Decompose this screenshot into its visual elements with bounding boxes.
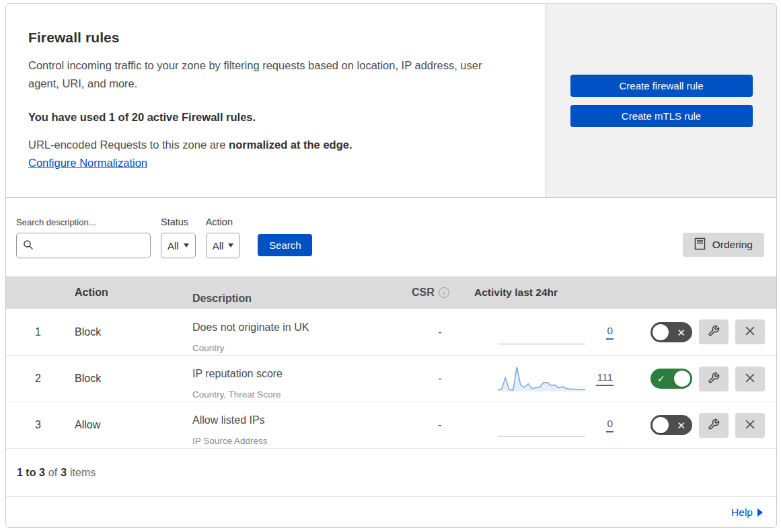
page-title: Firewall rules (28, 30, 519, 46)
edit-rule-button[interactable] (699, 319, 729, 344)
rule-priority: 2 (6, 373, 70, 385)
rule-match-fields: Country (192, 339, 406, 357)
intro-card: Firewall rules Control incoming traffic … (6, 4, 546, 197)
search-input[interactable] (16, 233, 151, 258)
column-header-action: Action (70, 287, 184, 299)
table-header-row: Action Description CSR Activity last 24h… (6, 276, 776, 309)
column-header-description: Description (184, 289, 406, 307)
action-filter-group: Action All (206, 217, 241, 258)
toggle-knob (653, 324, 669, 340)
wrench-icon (708, 418, 720, 432)
rule-description: IP reputation score (192, 365, 406, 383)
pagination-range: 1 to 3 (17, 467, 45, 479)
help-label: Help (731, 506, 753, 519)
pagination-total: 3 (61, 467, 67, 479)
status-label: Status (161, 217, 196, 227)
close-icon (745, 373, 755, 385)
column-header-activity: Activity last 24hr (474, 287, 628, 299)
rule-controls: ✓ ✕ (628, 413, 776, 438)
ordering-list-icon (694, 237, 706, 253)
edit-rule-button[interactable] (699, 413, 729, 438)
status-filter-group: Status All (161, 217, 196, 258)
rule-activity-cell: 111 (474, 365, 628, 393)
search-button[interactable]: Search (258, 234, 312, 256)
filter-bar: Search description... Status All Action … (6, 198, 776, 276)
arrow-right-icon (757, 508, 763, 517)
ordering-label: Ordering (712, 239, 753, 251)
status-select-value: All (168, 240, 179, 252)
rule-action: Block (70, 373, 184, 385)
edit-rule-button[interactable] (699, 367, 729, 391)
normalization-bold: normalized at the edge. (229, 139, 352, 151)
close-icon (745, 326, 755, 338)
rule-description-cell: Does not originate in UK Country (184, 318, 406, 357)
firewall-rules-page: Firewall rules Control incoming traffic … (5, 3, 777, 528)
rule-description-cell: IP reputation score Country, Threat Scor… (184, 365, 406, 404)
delete-rule-button[interactable] (735, 367, 765, 391)
delete-rule-button[interactable] (735, 319, 765, 344)
activity-count-link[interactable]: 111 (596, 371, 613, 386)
activity-count-link[interactable]: 0 (606, 325, 613, 340)
action-select[interactable]: All (206, 233, 241, 258)
help-link[interactable]: Help (731, 506, 763, 519)
wrench-icon (708, 325, 720, 339)
normalization-text: URL-encoded Requests to this zone are (28, 139, 226, 151)
action-select-value: All (213, 240, 224, 252)
delete-rule-button[interactable] (735, 413, 765, 438)
top-section: Firewall rules Control incoming traffic … (6, 4, 776, 198)
csr-header-label: CSR (412, 287, 435, 299)
rule-description-cell: Allow listed IPs IP Source Address (184, 411, 406, 450)
rule-priority: 1 (6, 326, 70, 338)
activity-sparkline (498, 365, 585, 393)
rule-controls: ✓ ✕ (628, 319, 776, 344)
check-icon: ✓ (657, 374, 665, 383)
rule-priority: 3 (6, 419, 70, 431)
normalization-note: URL-encoded Requests to this zone are no… (28, 139, 519, 151)
ordering-button[interactable]: Ordering (683, 233, 764, 257)
toggle-knob (653, 417, 669, 433)
search-label: Search description... (16, 217, 151, 227)
toggle-knob (674, 371, 690, 387)
create-firewall-rule-button[interactable]: Create firewall rule (570, 75, 753, 97)
close-icon (745, 419, 755, 432)
status-toggle[interactable]: ✓ ✕ (650, 369, 692, 389)
rule-description: Does not originate in UK (192, 318, 406, 336)
status-toggle[interactable]: ✓ ✕ (650, 322, 692, 342)
search-group: Search description... (16, 217, 151, 258)
info-icon[interactable] (439, 287, 449, 298)
x-icon: ✕ (677, 420, 685, 430)
activity-sparkline (498, 413, 585, 437)
create-mtls-rule-button[interactable]: Create mTLS rule (570, 105, 753, 127)
chevron-down-icon (184, 243, 189, 248)
action-label: Action (206, 217, 241, 227)
table-row: 3 Allow Allow listed IPs IP Source Addre… (6, 402, 776, 448)
rule-controls: ✓ ✕ (628, 367, 776, 391)
rule-activity-cell: 0 (474, 413, 628, 437)
status-toggle[interactable]: ✓ ✕ (650, 415, 692, 435)
chevron-down-icon (228, 243, 233, 248)
activity-sparkline (498, 320, 585, 344)
column-header-csr: CSR (406, 287, 474, 299)
usage-notice: You have used 1 of 20 active Firewall ru… (28, 111, 519, 124)
rule-csr-value: - (406, 419, 474, 431)
help-bar: Help (6, 497, 776, 527)
status-select[interactable]: All (161, 233, 196, 258)
table-row: 1 Block Does not originate in UK Country… (6, 309, 776, 355)
search-input-wrapper (16, 233, 151, 258)
rule-csr-value: - (406, 373, 474, 385)
activity-count-link[interactable]: 0 (606, 418, 613, 432)
actions-panel: Create firewall rule Create mTLS rule (546, 4, 776, 197)
pagination-summary: 1 to 3 of 3 items (6, 448, 776, 497)
rule-action: Block (70, 326, 184, 338)
pagination-of: of (48, 467, 57, 479)
rule-csr-value: - (406, 326, 474, 338)
configure-normalization-link[interactable]: Configure Normalization (28, 157, 147, 169)
x-icon: ✕ (677, 327, 685, 337)
rule-description: Allow listed IPs (192, 411, 406, 429)
pagination-items: items (70, 467, 96, 479)
rule-activity-cell: 0 (474, 320, 628, 344)
page-description: Control incoming traffic to your zone by… (28, 56, 511, 93)
table-row: 2 Block IP reputation score Country, Thr… (6, 355, 776, 402)
rules-table: Action Description CSR Activity last 24h… (6, 276, 776, 448)
wrench-icon (708, 372, 720, 386)
